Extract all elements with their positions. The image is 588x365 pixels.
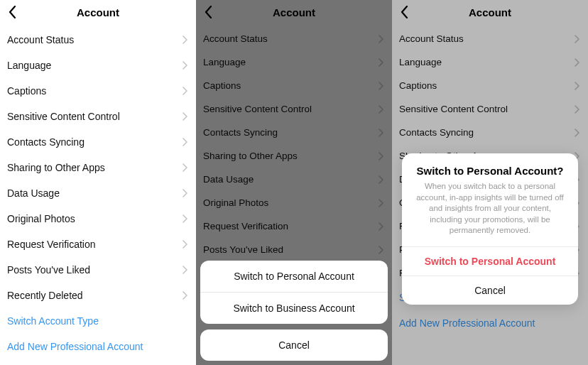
row-request-verification[interactable]: Request Verification — [0, 231, 196, 257]
row-label: Sensitive Content Control — [7, 111, 120, 122]
chevron-right-icon — [183, 240, 187, 249]
chevron-right-icon — [379, 175, 383, 184]
row-contacts-syncing: Contacts Syncing — [392, 121, 588, 144]
chevron-right-icon — [183, 189, 187, 197]
header-bar: Account — [392, 0, 588, 24]
row-label: Account Status — [7, 34, 74, 45]
chevron-right-icon — [183, 87, 187, 95]
chevron-left-icon — [9, 6, 16, 18]
back-button[interactable] — [200, 4, 216, 20]
sheet-cancel-button[interactable]: Cancel — [200, 329, 388, 361]
row-label: Contacts Syncing — [203, 127, 278, 138]
row-account-status: Account Status — [392, 27, 588, 50]
row-label: Captions — [7, 85, 46, 97]
settings-list: Account Status Language Captions Sensiti… — [0, 24, 196, 359]
page-title: Account — [273, 6, 315, 18]
row-label: Contacts Syncing — [399, 127, 474, 138]
row-label: Request Verification — [203, 221, 288, 231]
row-account-status[interactable]: Account Status — [0, 27, 196, 53]
row-account-status: Account Status — [196, 27, 392, 50]
row-label: Account Status — [203, 33, 268, 44]
chevron-right-icon — [575, 129, 579, 137]
screen-switch-confirm-alert: Account Account Status Language Captions… — [392, 0, 588, 365]
row-contacts-syncing[interactable]: Contacts Syncing — [0, 129, 196, 155]
row-sharing-other-apps: Sharing to Other Apps — [196, 144, 392, 168]
row-label: Sharing to Other Apps — [203, 151, 298, 161]
row-label: Request Verification — [7, 239, 96, 250]
chevron-right-icon — [183, 36, 187, 44]
row-language[interactable]: Language — [0, 53, 196, 78]
chevron-right-icon — [183, 61, 187, 70]
row-language: Language — [196, 50, 392, 74]
chevron-right-icon — [379, 58, 383, 67]
chevron-right-icon — [183, 163, 187, 172]
row-label: Recently Deleted — [7, 290, 83, 301]
screen-account-settings: Account Account Status Language Captions… — [0, 0, 196, 365]
row-sensitive-content[interactable]: Sensitive Content Control — [0, 104, 196, 129]
header-bar: Account — [0, 0, 196, 24]
link-add-professional-account[interactable]: Add New Professional Account — [0, 334, 196, 359]
chevron-right-icon — [575, 105, 579, 114]
header-bar: Account — [196, 0, 392, 24]
row-language: Language — [392, 50, 588, 74]
row-posts-liked: Posts You've Liked — [196, 238, 392, 261]
back-button[interactable] — [396, 4, 412, 20]
row-sharing-other-apps[interactable]: Sharing to Other Apps — [0, 155, 196, 180]
alert-body: When you switch back to a personal accou… — [402, 181, 578, 246]
action-sheet: Switch to Personal Account Switch to Bus… — [200, 261, 388, 361]
row-label: Original Photos — [203, 197, 268, 208]
chevron-right-icon — [379, 129, 383, 137]
action-sheet-group: Switch to Personal Account Switch to Bus… — [200, 261, 388, 324]
chevron-right-icon — [575, 82, 579, 90]
row-recently-deleted[interactable]: Recently Deleted — [0, 283, 196, 308]
back-button[interactable] — [4, 4, 20, 20]
chevron-right-icon — [183, 138, 187, 146]
sheet-switch-business[interactable]: Switch to Business Account — [200, 292, 388, 324]
row-sensitive-content: Sensitive Content Control — [196, 97, 392, 121]
confirm-alert: Switch to Personal Account? When you swi… — [402, 153, 578, 305]
alert-confirm-button[interactable]: Switch to Personal Account — [402, 246, 578, 276]
link-add-professional-account: Add New Professional Account — [392, 310, 588, 336]
row-label: Sensitive Content Control — [399, 104, 508, 114]
row-label: Posts You've Liked — [203, 244, 283, 255]
row-sensitive-content: Sensitive Content Control — [392, 97, 588, 121]
row-label: Language — [399, 57, 442, 67]
row-data-usage[interactable]: Data Usage — [0, 180, 196, 206]
chevron-right-icon — [379, 82, 383, 90]
row-contacts-syncing: Contacts Syncing — [196, 121, 392, 144]
row-data-usage: Data Usage — [196, 168, 392, 191]
sheet-switch-personal[interactable]: Switch to Personal Account — [200, 261, 388, 292]
chevron-right-icon — [575, 35, 579, 43]
chevron-right-icon — [379, 199, 383, 207]
chevron-right-icon — [379, 152, 383, 160]
row-original-photos[interactable]: Original Photos — [0, 206, 196, 231]
row-posts-liked[interactable]: Posts You've Liked — [0, 257, 196, 283]
chevron-right-icon — [183, 112, 187, 121]
row-label: Data Usage — [203, 174, 254, 185]
row-label: Language — [7, 60, 51, 71]
alert-cancel-button[interactable]: Cancel — [402, 276, 578, 305]
chevron-right-icon — [379, 35, 383, 43]
row-label: Data Usage — [7, 187, 60, 199]
chevron-right-icon — [183, 214, 187, 223]
link-switch-account-type[interactable]: Switch Account Type — [0, 308, 196, 334]
chevron-left-icon — [401, 6, 408, 18]
chevron-right-icon — [183, 266, 187, 274]
row-label: Sharing to Other Apps — [7, 162, 105, 173]
chevron-right-icon — [183, 291, 187, 300]
row-captions: Captions — [196, 74, 392, 97]
row-original-photos: Original Photos — [196, 191, 392, 214]
row-label: Account Status — [399, 33, 464, 44]
row-label: Language — [203, 57, 246, 67]
row-label: Sensitive Content Control — [203, 104, 312, 114]
settings-list: Account Status Language Captions Sensiti… — [196, 24, 392, 285]
page-title: Account — [469, 6, 511, 18]
row-label: Captions — [203, 80, 241, 91]
row-label: Original Photos — [7, 213, 75, 224]
chevron-right-icon — [379, 105, 383, 114]
alert-title: Switch to Personal Account? — [402, 153, 578, 181]
chevron-right-icon — [379, 222, 383, 231]
row-label: Contacts Syncing — [7, 136, 85, 148]
row-captions[interactable]: Captions — [0, 78, 196, 104]
row-request-verification: Request Verification — [196, 214, 392, 238]
